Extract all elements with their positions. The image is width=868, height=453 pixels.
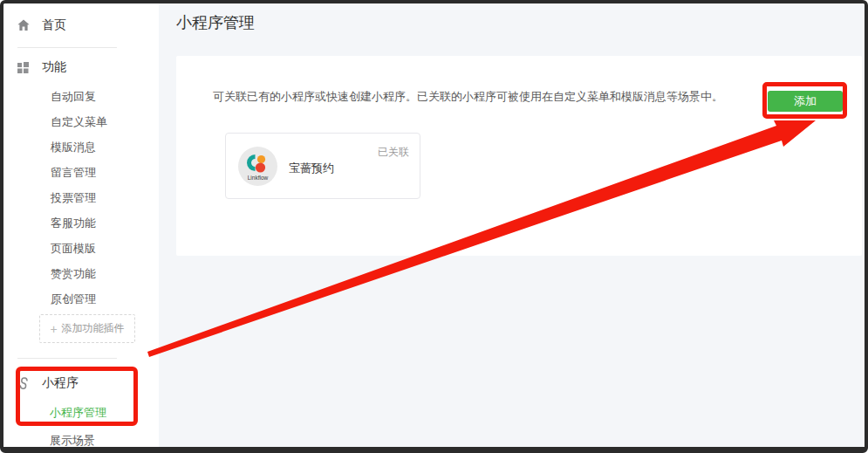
add-plugin-button[interactable]: + 添加功能插件 xyxy=(39,314,135,343)
miniprogram-management-card: 可关联已有的小程序或快速创建小程序。已关联的小程序可被使用在自定义菜单和模版消息… xyxy=(176,56,862,256)
app-window: 首页 功能 自动回复 自定义菜单 模版消息 留言管理 投票管理 客服功能 页面模… xyxy=(0,0,868,453)
logo-teal-arc xyxy=(249,157,256,169)
logo-red-dot xyxy=(256,162,265,172)
sidebar-item-label: 首页 xyxy=(42,17,66,33)
card-description: 可关联已有的小程序或快速创建小程序。已关联的小程序可被使用在自定义菜单和模版消息… xyxy=(213,89,723,105)
logo-orange-dot xyxy=(257,155,265,163)
miniprogram-name: 宝蔷预约 xyxy=(289,161,334,176)
sidebar-divider xyxy=(17,47,117,48)
sidebar-item-reward[interactable]: 赞赏功能 xyxy=(3,261,159,286)
func-sub-list: 自动回复 自定义菜单 模版消息 留言管理 投票管理 客服功能 页面模版 赞赏功能… xyxy=(3,84,159,312)
sidebar-section-label: 功能 xyxy=(42,59,66,75)
page-title: 小程序管理 xyxy=(176,12,255,33)
add-miniprogram-button[interactable]: 添加 xyxy=(768,91,843,112)
main-content: 小程序管理 可关联已有的小程序或快速创建小程序。已关联的小程序可被使用在自定义菜… xyxy=(159,3,865,447)
sidebar-item-template-msg[interactable]: 模版消息 xyxy=(3,134,159,160)
sidebar-item-page-template[interactable]: 页面模版 xyxy=(3,236,159,261)
sidebar: 首页 功能 自动回复 自定义菜单 模版消息 留言管理 投票管理 客服功能 页面模… xyxy=(3,3,159,447)
sidebar-item-auto-reply[interactable]: 自动回复 xyxy=(3,84,159,109)
plus-icon: + xyxy=(50,322,57,336)
sidebar-divider xyxy=(17,358,117,359)
sidebar-section-miniprogram[interactable]: 小程序 xyxy=(16,375,79,391)
miniprogram-avatar: Linkflow xyxy=(238,147,277,186)
sidebar-item-custom-menu[interactable]: 自定义菜单 xyxy=(3,109,159,134)
sidebar-section-label: 小程序 xyxy=(42,375,79,391)
linked-miniprogram-card: Linkflow 宝蔷预约 已关联 xyxy=(225,133,420,199)
linked-status-badge: 已关联 xyxy=(378,145,409,160)
home-icon xyxy=(16,18,31,33)
logo-text: Linkflow xyxy=(248,175,269,181)
sidebar-item-original-mgmt[interactable]: 原创管理 xyxy=(3,286,159,312)
sidebar-item-home[interactable]: 首页 xyxy=(16,17,66,33)
grid-icon xyxy=(16,60,31,75)
sidebar-section-func[interactable]: 功能 xyxy=(16,59,66,75)
sidebar-item-miniprogram-mgmt[interactable]: 小程序管理 xyxy=(50,405,106,421)
sidebar-item-comment-mgmt[interactable]: 留言管理 xyxy=(3,160,159,185)
sidebar-item-display-scene[interactable]: 展示场景 xyxy=(50,433,95,449)
sidebar-item-vote-mgmt[interactable]: 投票管理 xyxy=(3,185,159,210)
sidebar-item-customer-service[interactable]: 客服功能 xyxy=(3,210,159,236)
add-plugin-label: 添加功能插件 xyxy=(62,321,125,336)
miniprogram-icon xyxy=(16,376,31,391)
